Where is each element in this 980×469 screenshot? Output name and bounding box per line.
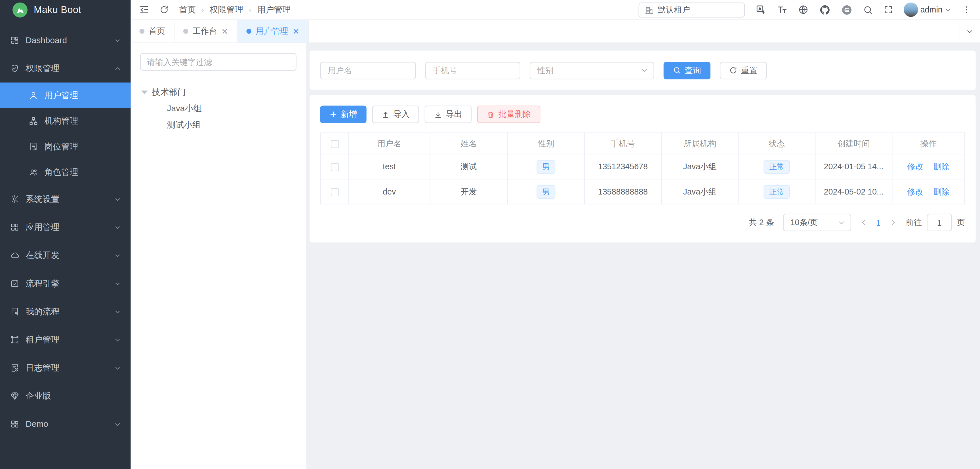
gitee-icon (841, 4, 852, 15)
cell-mobile: 13512345678 (584, 154, 661, 179)
tab-close-icon[interactable]: ✕ (221, 27, 228, 36)
edit-link[interactable]: 修改 (907, 162, 924, 171)
sidebar-item-tenant-management[interactable]: 租户管理 (0, 325, 131, 353)
upload-icon (382, 110, 390, 119)
gender-select[interactable]: 性别 (530, 62, 654, 79)
sidebar-item-user-management[interactable]: 用户管理 (0, 82, 131, 108)
sidebar-item-org-management[interactable]: 机构管理 (0, 108, 131, 133)
tab-home[interactable]: 首页 (131, 20, 175, 43)
page-unit-label: 页 (957, 217, 965, 228)
table-toolbar: 新增 导入 导出 批量删除 (320, 106, 965, 124)
search-button[interactable] (863, 5, 873, 15)
user-icon (29, 91, 38, 100)
cell-mobile: 13588888888 (584, 179, 661, 204)
edit-link[interactable]: 修改 (907, 187, 924, 196)
pagination-total: 共 2 条 (749, 217, 774, 228)
topbar: 首页 › 权限管理 › 用户管理 默认租户 (131, 0, 980, 20)
translate-icon (755, 4, 766, 15)
tenant-icon (10, 335, 19, 344)
logo: Maku Boot (0, 0, 131, 20)
prev-page-button[interactable] (860, 219, 867, 226)
user-menu[interactable]: admin (904, 3, 951, 17)
row-checkbox[interactable] (331, 163, 339, 171)
building-icon (644, 5, 654, 14)
fullscreen-button[interactable] (883, 5, 893, 14)
add-button[interactable]: 新增 (320, 106, 367, 124)
language-button[interactable] (798, 4, 808, 15)
sidebar-item-system-settings[interactable]: 系统设置 (0, 185, 131, 213)
tab-dot (246, 29, 251, 34)
sidebar-item-dashboard[interactable]: Dashboard (0, 26, 131, 54)
next-page-button[interactable] (889, 219, 897, 226)
org-tree: 技术部门 Java小组 测试小组 (140, 84, 296, 133)
tree-node-child[interactable]: Java小组 (140, 101, 296, 117)
sidebar-item-enterprise[interactable]: 企业版 (0, 382, 131, 410)
gender-tag: 男 (536, 160, 555, 173)
tree-node-root[interactable]: 技术部门 (140, 84, 296, 101)
breadcrumb: 首页 › 权限管理 › 用户管理 (179, 4, 291, 15)
tree-filter-input[interactable] (140, 53, 296, 71)
tab-workbench[interactable]: 工作台 ✕ (175, 20, 237, 43)
cell-realname: 测试 (430, 154, 507, 179)
delete-link[interactable]: 删除 (933, 187, 949, 196)
breadcrumb-separator: › (202, 5, 204, 14)
reset-button[interactable]: 重置 (720, 62, 767, 79)
my-flow-icon (10, 307, 19, 316)
import-button[interactable]: 导入 (372, 106, 419, 124)
kebab-icon (962, 5, 971, 14)
query-button[interactable]: 查询 (663, 62, 710, 79)
chevron-up-icon (115, 65, 121, 71)
chevron-left-icon (860, 219, 867, 226)
sidebar-item-role-management[interactable]: 角色管理 (0, 159, 131, 185)
sidebar-item-online-dev[interactable]: 在线开发 (0, 241, 131, 269)
tab-close-icon[interactable]: ✕ (293, 27, 299, 36)
gitee-button[interactable] (841, 4, 852, 15)
post-icon (29, 142, 38, 151)
right-column: 性别 查询 重置 (310, 43, 975, 242)
col-create-time: 创建时间 (815, 133, 892, 154)
settings-kebab-button[interactable] (962, 5, 971, 14)
delete-link[interactable]: 删除 (933, 162, 949, 171)
tab-user-management[interactable]: 用户管理 ✕ (237, 20, 309, 43)
status-tag: 正常 (764, 160, 790, 173)
sidebar-menu: Dashboard 权限管理 用户管理 机构管理 岗位管理 (0, 20, 131, 438)
mobile-input[interactable] (425, 62, 520, 79)
sidebar-item-flow-engine[interactable]: 流程引擎 (0, 269, 131, 298)
row-checkbox[interactable] (331, 188, 339, 196)
sidebar-item-app-management[interactable]: 应用管理 (0, 213, 131, 241)
refresh-button[interactable] (159, 5, 169, 14)
tab-dot (140, 29, 145, 34)
tab-actions-dropdown[interactable] (959, 20, 980, 43)
i18n-button[interactable] (755, 4, 766, 15)
chevron-down-icon (115, 37, 121, 43)
sidebar-item-permission[interactable]: 权限管理 (0, 54, 131, 82)
batch-delete-button[interactable]: 批量删除 (477, 106, 541, 124)
tree-node-child[interactable]: 测试小组 (140, 117, 296, 133)
sidebar-item-post-management[interactable]: 岗位管理 (0, 134, 131, 159)
sidebar-item-log-management[interactable]: 日志管理 (0, 354, 131, 382)
breadcrumb-home[interactable]: 首页 (179, 4, 196, 15)
font-size-button[interactable] (776, 4, 787, 15)
goto-label: 前往 (906, 217, 922, 228)
breadcrumb-separator: › (249, 5, 251, 14)
app-root: Maku Boot Dashboard 权限管理 用户管理 机构管理 (0, 0, 980, 469)
breadcrumb-permission[interactable]: 权限管理 (209, 4, 243, 15)
export-button[interactable]: 导出 (425, 106, 472, 124)
download-icon (434, 110, 442, 119)
col-mobile: 手机号 (584, 133, 661, 154)
page-size-select[interactable]: 10条/页 (783, 214, 851, 231)
breadcrumb-current: 用户管理 (257, 4, 291, 15)
sidebar-fold-button[interactable] (139, 4, 149, 15)
tenant-select[interactable]: 默认租户 (638, 2, 745, 17)
page-number-current[interactable]: 1 (876, 218, 881, 227)
github-button[interactable] (819, 4, 830, 15)
goto-page-input[interactable] (927, 214, 952, 231)
fullscreen-icon (883, 5, 893, 14)
apps-icon (10, 223, 19, 232)
sidebar-item-my-flow[interactable]: 我的流程 (0, 298, 131, 325)
select-all-checkbox[interactable] (331, 140, 339, 148)
sidebar-item-demo[interactable]: Demo (0, 410, 131, 438)
username-input[interactable] (320, 62, 416, 79)
caret-down-icon[interactable] (141, 91, 148, 94)
chevron-right-icon (889, 219, 897, 226)
